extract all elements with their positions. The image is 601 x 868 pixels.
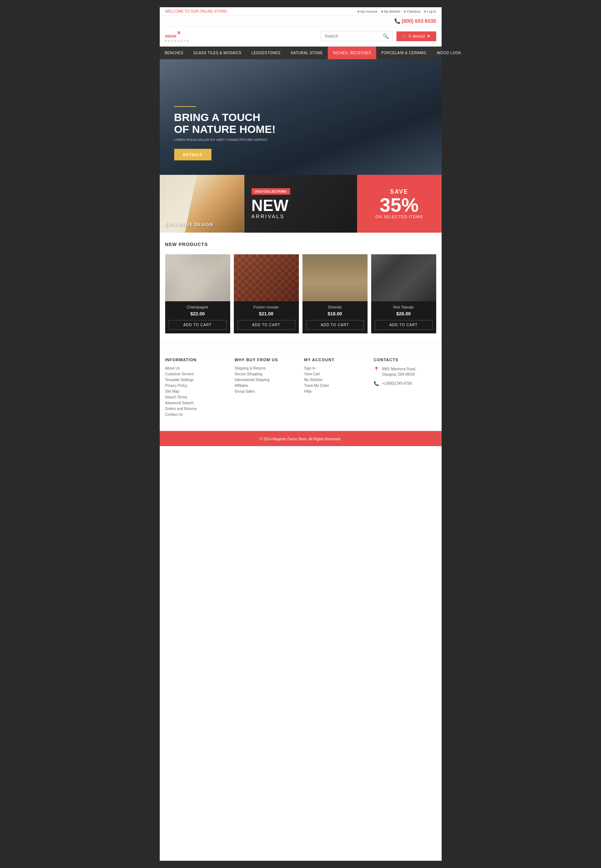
- nav-item-benches[interactable]: BENCHES: [160, 47, 189, 59]
- product-img-strands: [302, 254, 368, 301]
- footer-link-template[interactable]: Template Settings: [165, 378, 228, 382]
- hero-banner: BRING A TOUCH OF NATURE HOME! LOREM IPSU…: [160, 59, 442, 175]
- product-img-mosaic: [234, 254, 299, 301]
- logo[interactable]: stone✕ PRODUCTS: [165, 30, 190, 43]
- main-nav: BENCHES GLASS TILES & MOSAICS LEDGESTONE…: [160, 47, 442, 59]
- checkout-link[interactable]: Checkout: [404, 10, 420, 14]
- product-info-champagne: Champagne $22.00 ADD TO CART: [165, 301, 230, 333]
- promo-exclusive: EXCLUSIVE DESIGN: [160, 175, 244, 233]
- dot-icon: [404, 11, 406, 13]
- footer-link-wishlist[interactable]: My Wishlist: [304, 378, 367, 382]
- footer-link-help[interactable]: Help: [304, 389, 367, 393]
- product-img-champagne: [165, 254, 230, 301]
- phone-number: 📞 (800) 603 6035: [394, 18, 436, 24]
- products-title: NEW PRODUCTS: [165, 242, 436, 247]
- my-wishlist-link[interactable]: My Wishlist: [381, 10, 400, 14]
- logo-sub: PRODUCTS: [165, 40, 190, 43]
- footer-link-group[interactable]: Group Sales: [235, 389, 297, 393]
- login-link[interactable]: Log In: [424, 10, 436, 14]
- product-name-noir: Noir Navajo: [375, 305, 433, 309]
- footer-address-item: 📍 8901 Marmora Road,Glasgow, D04 89GR: [374, 366, 436, 377]
- my-account-link[interactable]: My Account: [357, 10, 377, 14]
- footer-link-signin[interactable]: Sign In: [304, 366, 367, 370]
- search-input[interactable]: [325, 34, 383, 39]
- search-icon[interactable]: 🔍: [383, 33, 389, 39]
- phone-icon: 📞: [394, 18, 402, 24]
- search-cart-area: 🔍 🛒 0 item(s) ▼: [320, 31, 436, 41]
- cart-button[interactable]: 🛒 0 item(s) ▼: [397, 31, 436, 41]
- footer-link-shipping[interactable]: Shipping & Returns: [235, 366, 297, 370]
- search-box: 🔍: [320, 31, 393, 41]
- nav-item-wood[interactable]: WOOD LOOK: [432, 47, 466, 59]
- footer-link-about[interactable]: About Us: [165, 366, 228, 370]
- promo-save: SAVE 35% ON SELECTED ITEMS: [357, 175, 442, 233]
- promo-selected-items: ON SELECTED ITEMS: [375, 215, 423, 219]
- product-price-mosaic: $21.00: [238, 311, 295, 317]
- footer-divider: [165, 352, 436, 352]
- product-image-noir: [371, 254, 436, 301]
- logo-mark: ✕: [177, 30, 181, 36]
- footer-link-customer[interactable]: Customer Service: [165, 372, 228, 376]
- nav-item-natural[interactable]: NATURAL STONE: [285, 47, 328, 59]
- product-price-strands: $18.00: [306, 311, 364, 317]
- product-info-mosaic: Fusion mosaic $21.00 ADD TO CART: [234, 301, 299, 333]
- bottom-bar: © 2014 Magento Demo Store. All Rights Re…: [160, 431, 442, 446]
- product-info-strands: Strands $18.00 ADD TO CART: [302, 301, 368, 333]
- footer-link-contact[interactable]: Contact Us: [165, 413, 228, 416]
- product-image-mosaic: [234, 254, 299, 301]
- footer-phone: +1(800)1345-6789: [382, 381, 412, 386]
- footer-link-sitemap[interactable]: Site Map: [165, 389, 228, 393]
- promo-percent: 35%: [380, 195, 418, 215]
- footer-col-information: INFORMATION About Us Customer Service Te…: [165, 358, 228, 418]
- add-to-cart-mosaic[interactable]: ADD TO CART: [238, 320, 295, 330]
- footer-link-secure[interactable]: Secure Shopping: [235, 372, 297, 376]
- footer-heading-why: WHY BUY FROM US: [235, 358, 297, 362]
- footer-link-advanced-search[interactable]: Advanced Search: [165, 401, 228, 405]
- footer-address: 8901 Marmora Road,Glasgow, D04 89GR: [382, 366, 416, 377]
- promo-new-title: NEW: [252, 198, 289, 213]
- footer-link-search-terms[interactable]: Search Terms: [165, 395, 228, 399]
- promo-arrivals-text: ARRIVALS: [252, 213, 285, 219]
- product-image-champagne: [165, 254, 230, 301]
- footer-phone-item: 📞 +1(800)1345-6789: [374, 381, 436, 386]
- hero-title: BRING A TOUCH OF NATURE HOME!: [174, 111, 276, 135]
- add-to-cart-noir[interactable]: ADD TO CART: [375, 320, 433, 330]
- cart-icon: 🛒: [402, 34, 407, 39]
- copyright-text: © 2014 Magento Demo Store. All Rights Re…: [260, 437, 342, 441]
- hero-details-button[interactable]: DETAILS: [174, 149, 211, 160]
- footer-link-affiliates[interactable]: Affiliates: [235, 384, 297, 388]
- cart-count: 0: [409, 34, 411, 38]
- add-to-cart-champagne[interactable]: ADD TO CART: [169, 320, 227, 330]
- hero-line: [174, 106, 196, 107]
- nav-item-glass[interactable]: GLASS TILES & MOSAICS: [188, 47, 247, 59]
- footer-link-international[interactable]: International Shipping: [235, 378, 297, 382]
- promo-badge: 2015 COLLECTIONS: [252, 188, 290, 195]
- footer-link-privacy[interactable]: Privacy Policy: [165, 384, 228, 388]
- product-card-champagne: Champagne $22.00 ADD TO CART: [165, 254, 230, 333]
- footer-col-account: MY ACCOUNT Sign In View Cart My Wishlist…: [304, 358, 367, 418]
- product-price-champagne: $22.00: [169, 311, 227, 317]
- nav-item-niches[interactable]: NICHES, RECESSES: [328, 47, 376, 59]
- header: stone✕ PRODUCTS 🔍 🛒 0 item(s) ▼: [160, 26, 442, 47]
- dot-icon: [381, 11, 383, 13]
- phone-bar: 📞 (800) 603 6035: [160, 16, 442, 26]
- dot-icon: [424, 11, 426, 13]
- products-section: NEW PRODUCTS Champagne $22.00 ADD TO CAR…: [160, 233, 442, 343]
- add-to-cart-strands[interactable]: ADD TO CART: [306, 320, 364, 330]
- nav-item-porcelain[interactable]: PORCELAIN & CERAMIC: [376, 47, 432, 59]
- logo-text: stone✕: [165, 31, 181, 39]
- top-links: My Account My Wishlist Checkout Log In: [357, 10, 436, 14]
- promo-section: EXCLUSIVE DESIGN 2015 COLLECTIONS NEW AR…: [160, 175, 442, 233]
- product-name-champagne: Champagne: [169, 305, 227, 309]
- footer-link-viewcart[interactable]: View Cart: [304, 372, 367, 376]
- footer-heading-account: MY ACCOUNT: [304, 358, 367, 362]
- product-image-strands: [302, 254, 368, 301]
- product-name-strands: Strands: [306, 305, 364, 309]
- product-name-mosaic: Fusion mosaic: [238, 305, 295, 309]
- promo-new-arrivals: 2015 COLLECTIONS NEW ARRIVALS: [244, 175, 357, 233]
- nav-item-ledgestones[interactable]: LEDGESTONES: [247, 47, 285, 59]
- footer-link-orders[interactable]: Orders and Returns: [165, 407, 228, 411]
- footer-link-track[interactable]: Track My Order: [304, 384, 367, 388]
- product-price-noir: $26.00: [375, 311, 433, 317]
- footer-heading-information: INFORMATION: [165, 358, 228, 362]
